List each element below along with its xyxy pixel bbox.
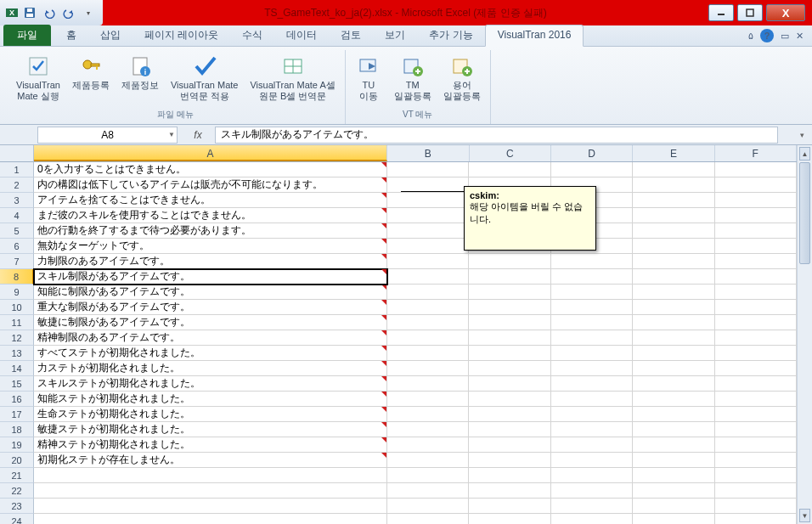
column-header-D[interactable]: D [551, 145, 633, 161]
cell-F22[interactable] [715, 483, 797, 499]
cell-D23[interactable] [551, 499, 633, 514]
cell-F11[interactable] [715, 315, 797, 330]
cell-D16[interactable] [551, 392, 633, 407]
row-header-10[interactable]: 10 [0, 300, 34, 315]
cell-A13[interactable]: すべてステトが初期化されました。 [34, 346, 387, 361]
cell-D14[interactable] [551, 361, 633, 376]
ribbon-tab-4[interactable]: 데이터 [274, 25, 329, 46]
cell-A10[interactable]: 重大な制限があるアイテムです。 [34, 300, 387, 315]
cell-A1[interactable]: 0を入力することはできません。 [34, 162, 387, 177]
cell-B11[interactable] [387, 315, 469, 330]
cell-B6[interactable] [387, 239, 469, 254]
cell-C11[interactable] [469, 315, 550, 330]
ribbon-button-0-2[interactable]: i제품정보 [117, 50, 163, 107]
cell-F4[interactable] [715, 208, 797, 223]
row-header-13[interactable]: 13 [0, 346, 34, 361]
cell-F1[interactable] [715, 162, 797, 177]
cell-D10[interactable] [551, 300, 633, 315]
cell-A9[interactable]: 知能に制限があるアイテムです。 [34, 285, 387, 300]
cell-F15[interactable] [715, 376, 797, 392]
cell-C20[interactable] [469, 453, 550, 468]
select-all-corner[interactable] [0, 145, 34, 162]
cell-A18[interactable]: 敏捷ステトが初期化されました。 [34, 422, 387, 437]
cell-B14[interactable] [387, 361, 469, 376]
scroll-up-icon[interactable]: ▲ [799, 147, 810, 161]
cell-C16[interactable] [469, 392, 550, 407]
cell-C1[interactable] [469, 162, 550, 177]
cells-area[interactable]: 0を入力することはできません。内の構図は低下しているアイテムは販売が不可能になり… [34, 162, 797, 524]
row-header-21[interactable]: 21 [0, 468, 34, 483]
cell-D12[interactable] [551, 330, 633, 346]
row-header-22[interactable]: 22 [0, 483, 34, 499]
cell-E9[interactable] [633, 285, 714, 300]
help-icon[interactable]: ? [760, 29, 774, 42]
ribbon-tab-1[interactable]: 삽입 [88, 25, 133, 46]
cell-E20[interactable] [633, 453, 714, 468]
cell-D8[interactable] [551, 269, 633, 285]
cell-D17[interactable] [551, 407, 633, 422]
cell-E19[interactable] [633, 437, 714, 453]
ribbon-minimize-icon[interactable]: ۵ [748, 31, 753, 42]
cell-A17[interactable]: 生命ステトが初期化されました。 [34, 407, 387, 422]
cell-B23[interactable] [387, 499, 469, 514]
cell-A2[interactable]: 内の構図は低下しているアイテムは販売が不可能になります。 [34, 177, 387, 193]
cell-E1[interactable] [633, 162, 714, 177]
ribbon-button-0-3[interactable]: VisualTran Mate 번역문 적용 [166, 50, 242, 107]
cell-E16[interactable] [633, 392, 714, 407]
column-header-B[interactable]: B [387, 145, 469, 161]
cell-B19[interactable] [387, 437, 469, 453]
cell-D15[interactable] [551, 376, 633, 392]
cell-D11[interactable] [551, 315, 633, 330]
cell-B15[interactable] [387, 376, 469, 392]
cell-C17[interactable] [469, 407, 550, 422]
cell-D22[interactable] [551, 483, 633, 499]
row-header-14[interactable]: 14 [0, 361, 34, 376]
cell-F2[interactable] [715, 177, 797, 193]
cell-C23[interactable] [469, 499, 550, 514]
cell-C15[interactable] [469, 376, 550, 392]
row-header-24[interactable]: 24 [0, 514, 34, 524]
column-header-F[interactable]: F [715, 145, 797, 161]
ribbon-button-1-2[interactable]: 용어 일괄등록 [439, 50, 485, 107]
cell-E14[interactable] [633, 361, 714, 376]
ribbon-tab-2[interactable]: 페이지 레이아웃 [133, 25, 230, 46]
cell-D9[interactable] [551, 285, 633, 300]
cell-E8[interactable] [633, 269, 714, 285]
cell-B17[interactable] [387, 407, 469, 422]
cell-C13[interactable] [469, 346, 550, 361]
row-header-4[interactable]: 4 [0, 208, 34, 223]
row-header-23[interactable]: 23 [0, 499, 34, 514]
ribbon-button-0-1[interactable]: 제품등록 [68, 50, 114, 107]
vertical-scrollbar[interactable]: ▲ ▼ [797, 145, 812, 524]
cell-E7[interactable] [633, 254, 714, 269]
cell-B3[interactable] [387, 193, 469, 208]
column-header-A[interactable]: A [34, 145, 387, 161]
undo-icon[interactable] [40, 3, 59, 22]
cell-A24[interactable] [34, 514, 387, 524]
cell-B8[interactable] [387, 269, 469, 285]
doc-close-icon[interactable]: ✕ [796, 31, 804, 42]
cell-D19[interactable] [551, 437, 633, 453]
cell-A7[interactable]: 力制限のあるアイテムです。 [34, 254, 387, 269]
file-tab[interactable]: 파일 [3, 25, 51, 46]
cell-E24[interactable] [633, 514, 714, 524]
cell-C7[interactable] [469, 254, 550, 269]
cell-C19[interactable] [469, 437, 550, 453]
cell-F3[interactable] [715, 193, 797, 208]
name-box[interactable]: A8 ▼ [37, 127, 178, 144]
row-header-6[interactable]: 6 [0, 239, 34, 254]
cell-B10[interactable] [387, 300, 469, 315]
cell-F10[interactable] [715, 300, 797, 315]
cell-F21[interactable] [715, 468, 797, 483]
cell-B4[interactable] [387, 208, 469, 223]
ribbon-tab-7[interactable]: 추가 기능 [417, 25, 484, 46]
cell-C18[interactable] [469, 422, 550, 437]
cell-E13[interactable] [633, 346, 714, 361]
cell-B21[interactable] [387, 468, 469, 483]
cell-E5[interactable] [633, 223, 714, 239]
cell-B5[interactable] [387, 223, 469, 239]
ribbon-button-1-1[interactable]: TM 일괄등록 [390, 50, 436, 107]
row-header-1[interactable]: 1 [0, 162, 34, 177]
cell-D24[interactable] [551, 514, 633, 524]
cell-A22[interactable] [34, 483, 387, 499]
